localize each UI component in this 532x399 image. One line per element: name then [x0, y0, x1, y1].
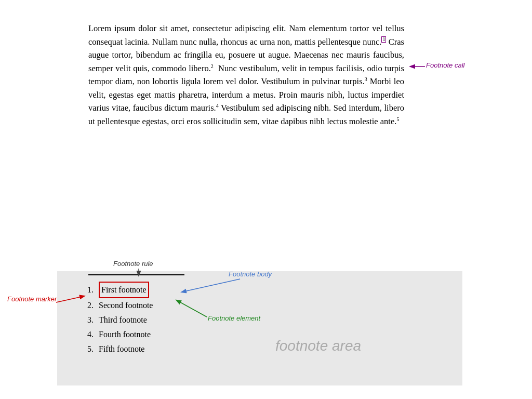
footnote-item-1: 1. First footnote [87, 282, 153, 298]
page-container: Lorem ipsum dolor sit amet, consectetur … [0, 0, 532, 399]
footnote-marker-label: Footnote marker [7, 295, 57, 304]
footnote-num-4: 4. [87, 327, 99, 342]
footnote-num-1: 1. [87, 283, 99, 297]
footnote-text-5: Fifth footnote [99, 342, 144, 356]
footnote-area-text: footnote area [275, 338, 361, 354]
footnote-text-1: First footnote [99, 282, 149, 298]
footnote-text-2: Second footnote [99, 298, 153, 313]
footnote-num-2: 2. [87, 298, 99, 313]
superscript-4: 4 [216, 103, 219, 109]
footnote-item-5: 5. Fifth footnote [87, 342, 153, 356]
footnote-num-5: 5. [87, 342, 99, 356]
footnote-text-3: Third footnote [99, 313, 147, 327]
footnote-item-4: 4. Fourth footnote [87, 327, 153, 342]
footnote-body-label: Footnote body [229, 270, 272, 278]
footnote-item-3: 3. Third footnote [87, 313, 153, 327]
superscript-5: 5 [396, 116, 399, 122]
footnote-list: 1. First footnote 2. Second footnote 3. … [87, 282, 153, 356]
footnote-rule-label: Footnote rule [113, 260, 153, 268]
footnote-item-2: 2. Second footnote [87, 298, 153, 313]
footnote-call-superscript: 1 [381, 36, 386, 43]
superscript-2: 2 [211, 63, 214, 69]
superscript-3: 3 [365, 76, 367, 82]
footnote-rule-line [88, 274, 184, 275]
main-text-block: Lorem ipsum dolor sit amet, consectetur … [88, 22, 404, 128]
footnote-num-3: 3. [87, 313, 99, 327]
footnote-call-label: Footnote call [426, 61, 464, 69]
footnote-element-label: Footnote element [208, 314, 260, 322]
footnote-text-4: Fourth footnote [99, 327, 151, 342]
